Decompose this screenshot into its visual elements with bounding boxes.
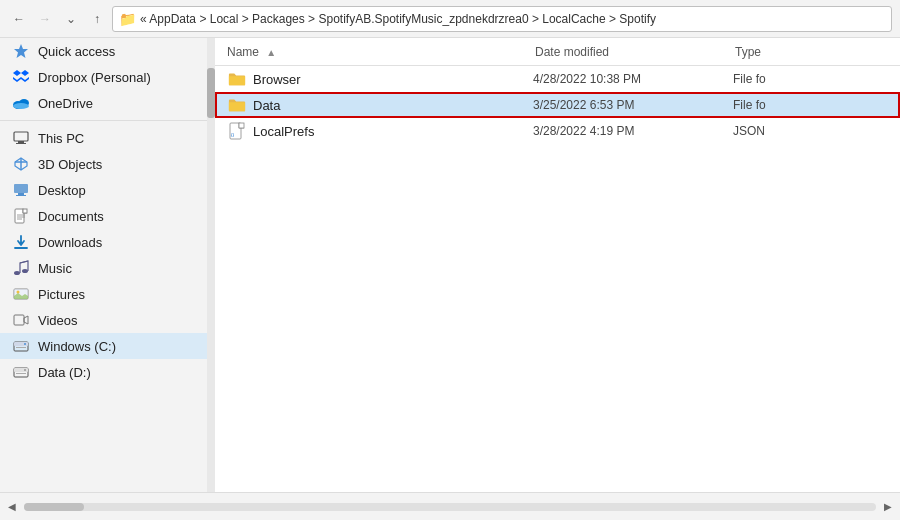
sidebar-scrollbar-thumb[interactable] <box>207 68 215 118</box>
col-header-type[interactable]: Type <box>735 45 900 59</box>
sidebar: Quick access Dropbox (Personal) <box>0 38 207 492</box>
col-header-date[interactable]: Date modified <box>535 45 735 59</box>
sidebar-item-data-d[interactable]: Data (D:) <box>0 359 207 385</box>
svg-rect-36 <box>239 123 244 128</box>
drive-icon <box>12 337 30 355</box>
svg-rect-11 <box>18 193 24 195</box>
sidebar-item-windows-c[interactable]: Windows (C:) <box>0 333 207 359</box>
sidebar-item-desktop[interactable]: Desktop <box>0 177 207 203</box>
file-date: 3/28/2022 4:19 PM <box>533 124 733 138</box>
svg-point-19 <box>14 271 20 275</box>
main-layout: Quick access Dropbox (Personal) <box>0 38 900 492</box>
svg-marker-26 <box>24 316 28 324</box>
file-name: LocalPrefs <box>253 124 533 139</box>
sidebar-item-onedrive[interactable]: OneDrive <box>0 90 207 116</box>
file-type: File fo <box>733 98 900 112</box>
sidebar-item-label: Downloads <box>38 235 102 250</box>
sort-arrow: ▲ <box>266 47 276 58</box>
table-row[interactable]: {} LocalPrefs 3/28/2022 4:19 PM JSON <box>215 118 900 144</box>
folder-icon <box>227 69 247 89</box>
up-button[interactable]: ↑ <box>86 8 108 30</box>
address-bar[interactable]: 📁 « AppData > Local > Packages > Spotify… <box>112 6 892 32</box>
sidebar-item-dropbox[interactable]: Dropbox (Personal) <box>0 64 207 90</box>
sidebar-item-label: Windows (C:) <box>38 339 116 354</box>
sidebar-item-label: OneDrive <box>38 96 93 111</box>
sidebar-item-documents[interactable]: Documents <box>0 203 207 229</box>
svg-rect-12 <box>16 195 26 196</box>
sidebar-item-videos[interactable]: Videos <box>0 307 207 333</box>
address-folder-icon: 📁 <box>119 11 136 27</box>
sidebar-wrapper: Quick access Dropbox (Personal) <box>0 38 215 492</box>
sidebar-item-label: Quick access <box>38 44 115 59</box>
file-name: Data <box>253 98 533 113</box>
file-type: JSON <box>733 124 900 138</box>
sidebar-divider <box>0 120 207 121</box>
drive2-icon <box>12 363 30 381</box>
downloads-icon <box>12 233 30 251</box>
address-path: « AppData > Local > Packages > SpotifyAB… <box>140 12 656 26</box>
music-icon <box>12 259 30 277</box>
file-name: Browser <box>253 72 533 87</box>
videos-icon <box>12 311 30 329</box>
sidebar-item-quick-access[interactable]: Quick access <box>0 38 207 64</box>
svg-rect-6 <box>16 143 26 144</box>
forward-button[interactable]: → <box>34 8 56 30</box>
back-button[interactable]: ← <box>8 8 30 30</box>
svg-point-29 <box>24 343 26 345</box>
file-date: 4/28/2022 10:38 PM <box>533 72 733 86</box>
svg-rect-25 <box>14 315 24 325</box>
file-date: 3/25/2022 6:53 PM <box>533 98 733 112</box>
json-file-icon: {} <box>227 121 247 141</box>
star-icon <box>12 42 30 60</box>
svg-marker-0 <box>14 44 28 58</box>
status-bar: ◀ ▶ <box>0 492 900 520</box>
svg-line-21 <box>20 261 28 263</box>
sidebar-item-label: Dropbox (Personal) <box>38 70 151 85</box>
desktop-icon <box>12 181 30 199</box>
sidebar-item-label: 3D Objects <box>38 157 102 172</box>
dropbox-icon <box>12 68 30 86</box>
table-row[interactable]: Browser 4/28/2022 10:38 PM File fo <box>215 66 900 92</box>
scroll-right-arrow[interactable]: ▶ <box>884 501 892 512</box>
svg-rect-34 <box>16 373 26 374</box>
svg-rect-30 <box>16 347 26 348</box>
svg-point-33 <box>24 369 26 371</box>
title-bar: ← → ⌄ ↑ 📁 « AppData > Local > Packages >… <box>0 0 900 38</box>
svg-text:{}: {} <box>231 132 235 137</box>
sidebar-item-label: Desktop <box>38 183 86 198</box>
recent-button[interactable]: ⌄ <box>60 8 82 30</box>
scroll-left-arrow[interactable]: ◀ <box>8 501 16 512</box>
onedrive-icon <box>12 94 30 112</box>
sidebar-item-this-pc[interactable]: This PC <box>0 125 207 151</box>
documents-icon <box>12 207 30 225</box>
svg-point-20 <box>22 269 28 273</box>
column-headers: Name ▲ Date modified Type <box>215 38 900 66</box>
sidebar-item-label: Documents <box>38 209 104 224</box>
sidebar-scrollbar[interactable] <box>207 38 215 492</box>
sidebar-item-label: Music <box>38 261 72 276</box>
file-list: Browser 4/28/2022 10:38 PM File fo Data … <box>215 66 900 492</box>
svg-point-3 <box>13 103 29 109</box>
sidebar-item-label: Pictures <box>38 287 85 302</box>
sidebar-item-music[interactable]: Music <box>0 255 207 281</box>
svg-rect-10 <box>14 184 28 193</box>
sidebar-item-label: This PC <box>38 131 84 146</box>
sidebar-item-pictures[interactable]: Pictures <box>0 281 207 307</box>
col-header-name[interactable]: Name ▲ <box>215 45 535 59</box>
svg-rect-14 <box>23 209 27 213</box>
pictures-icon <box>12 285 30 303</box>
sidebar-item-label: Data (D:) <box>38 365 91 380</box>
content-area: Name ▲ Date modified Type Browser <box>215 38 900 492</box>
svg-rect-5 <box>18 141 24 143</box>
folder-icon <box>227 95 247 115</box>
svg-rect-4 <box>14 132 28 141</box>
file-type: File fo <box>733 72 900 86</box>
sidebar-item-3d-objects[interactable]: 3D Objects <box>0 151 207 177</box>
table-row[interactable]: Data 3/25/2022 6:53 PM File fo <box>215 92 900 118</box>
3d-objects-icon <box>12 155 30 173</box>
sidebar-item-downloads[interactable]: Downloads <box>0 229 207 255</box>
horizontal-scrollbar[interactable] <box>24 503 876 511</box>
computer-icon <box>12 129 30 147</box>
sidebar-item-label: Videos <box>38 313 78 328</box>
horizontal-scrollbar-thumb[interactable] <box>24 503 84 511</box>
